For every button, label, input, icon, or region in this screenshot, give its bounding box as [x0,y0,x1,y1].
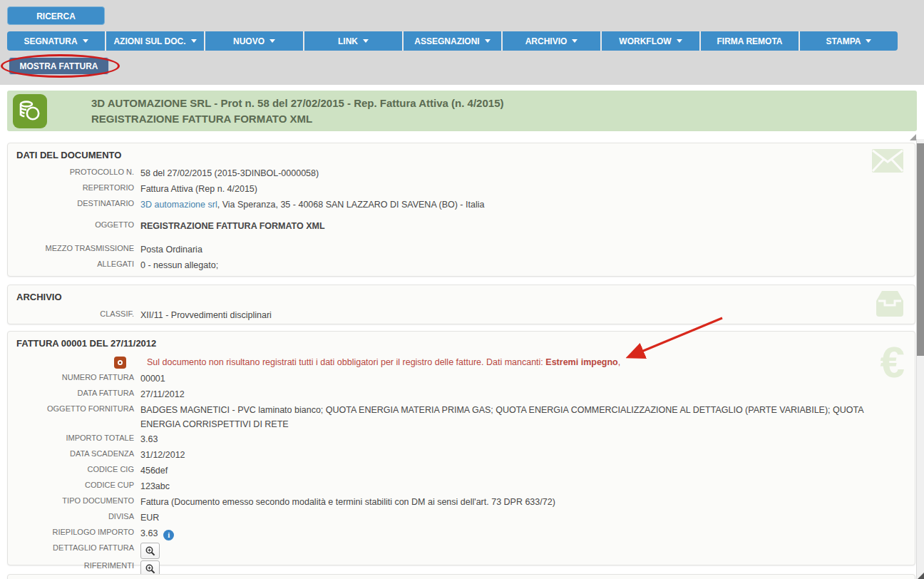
field-value: 0 - nessun allegato; [140,257,915,272]
section-title: DATI DEL DOCUMENTO [8,143,915,162]
field-label: NUMERO FATTURA [8,371,140,381]
field-label: DIVISA [8,510,140,521]
field-label: RIEPILOGO IMPORTO [8,526,140,536]
field-label: REPERTORIO [8,181,140,192]
warning-text-tail: , [618,357,620,367]
panel-next-partial [7,574,915,579]
scroll-corner-icon [910,134,916,140]
mostra-fattura-button[interactable]: MOSTRA FATTURA [9,57,109,75]
field-value: 3.63 [140,526,915,540]
document-title: 3D AUTOMAZIONE SRL - Prot n. 58 del 27/0… [91,96,504,127]
vertical-scrollbar[interactable] [916,139,924,579]
caret-down-icon [572,39,578,43]
field-destinatario: DESTINATARIO 3D automazione srl, Via Spe… [8,197,915,212]
field-value: BADGES MAGNETICI - PVC laminato bianco; … [140,402,915,431]
field-oggetto: OGGETTO REGISTRAZIONE FATTURA FORMATO XM… [8,218,915,234]
field-codice-cig: CODICE CIG 456def [8,463,915,478]
field-label: OGGETTO [8,218,140,229]
field-label: IMPORTO TOTALE [8,431,140,442]
menu-segnatura[interactable]: SEGNATURA [7,31,105,51]
field-value: XII/11 - Provvedimenti disciplinari [140,307,915,322]
destinatario-link[interactable]: 3D automazione srl [140,200,217,210]
menu-assegnazioni[interactable]: ASSEGNAZIONI [402,31,501,51]
field-value: 27/11/2012 [140,386,915,401]
menu-label: ARCHIVIO [525,36,568,46]
document-title-line1: 3D AUTOMAZIONE SRL - Prot n. 58 del 27/0… [91,96,504,111]
field-label: OGGETTO FORNITURA [8,402,140,413]
menu-label: STAMPA [826,36,861,46]
field-value: 00001 [140,371,915,386]
dettaglio-fattura-zoom-button[interactable] [140,543,160,559]
field-value: 31/12/2012 [140,447,915,462]
panel-fattura: FATTURA 00001 DEL 27/11/2012 € Sul docum… [7,331,915,565]
field-protocollo: PROTOCOLLO N. 58 del 27/02/2015 (2015-3D… [8,165,915,181]
field-value: Fattura (Documento emesso secondo modali… [140,494,915,509]
field-label: PROTOCOLLO N. [8,165,140,176]
field-value: 3D automazione srl, Via Speranza, 35 - 4… [140,197,915,212]
menu-label: ASSEGNAZIONI [414,36,479,46]
warning-text-main: Sul documento non risultano registrati t… [147,357,545,367]
field-value: EUR [140,510,915,525]
field-classif: CLASSIF. XII/11 - Provvedimenti discipli… [8,307,915,323]
field-allegati: ALLEGATI 0 - nessun allegato; [8,257,915,273]
field-value: 456def [140,463,915,478]
field-label: DATA FATTURA [8,386,140,397]
caret-down-icon [191,39,197,43]
field-value: Posta Ordinaria [140,242,915,257]
field-label: ALLEGATI [8,257,140,268]
menu-label: WORKFLOW [619,36,671,46]
field-label: CLASSIF. [8,307,140,318]
field-value: 58 del 27/02/2015 (2015-3DINBOL-0000058) [140,165,915,180]
ricerca-button[interactable]: RICERCA [7,6,105,25]
menu-label: NUOVO [233,36,265,46]
caret-down-icon [83,39,88,43]
field-data-fattura: DATA FATTURA 27/11/2012 [8,386,915,402]
section-title: FATTURA 00001 DEL 27/11/2012 [8,332,915,350]
field-label: DESTINATARIO [8,197,140,207]
field-mezzo-trasmissione: MEZZO TRASMISSIONE Posta Ordinaria [8,242,915,257]
field-label: RIFERIMENTI [8,559,140,570]
riepilogo-value: 3.63 [140,528,158,538]
field-tipo-documento: TIPO DOCUMENTO Fattura (Documento emesso… [8,494,915,510]
field-dettaglio-fattura: DETTAGLIO FATTURA [8,541,915,559]
scrollbar-thumb[interactable] [917,143,924,356]
field-importo-totale: IMPORTO TOTALE 3.63 [8,431,915,447]
menu-firma-remota[interactable]: FIRMA REMOTA [699,31,799,51]
caret-down-icon [485,39,491,43]
field-label: DATA SCADENZA [8,447,140,458]
menu-nuovo[interactable]: NUOVO [204,31,303,51]
menu-label: SEGNATURA [24,36,77,46]
coins-document-icon [13,94,47,128]
field-data-scadenza: DATA SCADENZA 31/12/2012 [8,447,915,463]
info-icon[interactable] [163,530,174,540]
caret-down-icon [866,39,871,43]
field-value [140,541,915,559]
section-title: ARCHIVIO [8,285,915,304]
panel-dati-del-documento: DATI DEL DOCUMENTO PROTOCOLLO N. 58 del … [7,143,915,277]
field-value: REGISTRAZIONE FATTURA FORMATO XML [140,218,915,233]
menu-label: AZIONI SUL DOC. [113,36,185,46]
menu-azioni-sul-doc[interactable]: AZIONI SUL DOC. [105,31,204,51]
field-codice-cup: CODICE CUP 123abc [8,478,915,494]
destinatario-address: , Via Speranza, 35 - 40068 SAN LAZZARO D… [217,200,485,210]
field-value: Fattura Attiva (Rep n. 4/2015) [140,181,915,196]
missing-data-warning: Sul documento non risultano registrati t… [8,354,915,371]
document-action-menubar: SEGNATURA AZIONI SUL DOC. NUOVO LINK ASS… [7,31,898,51]
warning-target-icon [8,357,126,369]
warning-text: Sul documento non risultano registrati t… [147,357,620,367]
document-header-band: 3D AUTOMAZIONE SRL - Prot n. 58 del 27/0… [7,91,917,131]
document-title-line2: REGISTRAZIONE FATTURA FORMATO XML [91,111,504,127]
field-divisa: DIVISA EUR [8,510,915,526]
caret-down-icon [363,39,369,43]
menu-label: LINK [338,36,358,46]
panel-archivio: ARCHIVIO CLASSIF. XII/11 - Provvedimenti… [7,285,915,324]
field-value: 3.63 [140,431,915,446]
field-oggetto-fornitura: OGGETTO FORNITURA BADGES MAGNETICI - PVC… [8,402,915,431]
menu-stampa[interactable]: STAMPA [799,31,898,51]
menu-link[interactable]: LINK [303,31,402,51]
menu-archivio[interactable]: ARCHIVIO [501,31,600,51]
field-label: TIPO DOCUMENTO [8,494,140,505]
field-label: DETTAGLIO FATTURA [8,541,140,552]
menu-workflow[interactable]: WORKFLOW [600,31,699,51]
caret-down-icon [677,39,682,43]
